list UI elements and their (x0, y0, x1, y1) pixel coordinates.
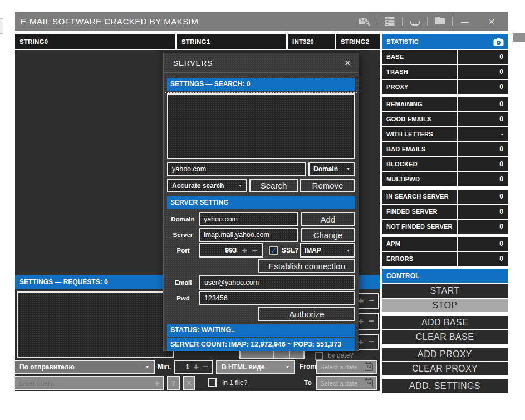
protocol-dropdown[interactable]: IMAP ▼ (300, 243, 355, 258)
stat-row-in-search-server: IN SEARCH SERVER 0 (382, 190, 508, 204)
stat-row-apm: APM 0 (382, 237, 508, 251)
add-query-icon[interactable]: + (155, 378, 160, 388)
min-stepper[interactable]: 1 + − (174, 360, 213, 374)
stat-row-errors: ERRORS 0 (382, 252, 508, 266)
server-label: Server (167, 228, 199, 242)
domain-label: Domain (167, 212, 199, 226)
domain-input[interactable] (199, 212, 298, 226)
folder-icon[interactable] (433, 16, 447, 28)
clear-base-button[interactable]: CLEAR BASE (382, 330, 508, 344)
minus-icon[interactable]: − (369, 337, 374, 348)
query-input[interactable] (15, 379, 155, 387)
stat-row-not-finded-server: NOT FINDED SERVER 0 (382, 220, 508, 234)
pwd-input[interactable] (199, 291, 355, 305)
servers-dialog-title: SERVERS (173, 59, 213, 67)
screen-edge-fragment (513, 33, 525, 42)
ssl-checkbox[interactable]: ✓ (269, 246, 278, 255)
stat-row-bad-emails: BAD EMAILS 0 (382, 142, 508, 156)
email-input[interactable] (199, 275, 355, 290)
column-header-int320[interactable]: INT320 (288, 34, 335, 49)
plus-icon[interactable]: + (242, 246, 247, 255)
screen-edge-fragment (0, 18, 3, 34)
server-setting-header: SERVER SETTING (167, 196, 355, 209)
statistics-panel: BASE 0 TRASH 0 PROXY 0 REMAINING 0 GOOD … (382, 50, 508, 394)
to-date-picker[interactable]: Select a date 14 (316, 376, 377, 390)
minus-icon[interactable]: − (369, 316, 374, 327)
clear-query-button[interactable]: ✕ (183, 376, 195, 390)
search-results-list[interactable] (167, 93, 355, 159)
camera-icon[interactable] (493, 38, 504, 46)
tray-icon[interactable] (408, 16, 422, 28)
mail-search-icon[interactable] (357, 16, 372, 28)
min-value: 1 (185, 363, 189, 371)
column-header-string2[interactable]: STRING2 (336, 34, 380, 49)
minimize-button[interactable]: — (458, 16, 472, 28)
format-filter-dropdown[interactable]: В HTML виде ▼ (216, 360, 295, 374)
minus-icon[interactable]: − (369, 295, 374, 307)
close-button[interactable]: ✕ (484, 16, 499, 28)
email-label: Email (167, 275, 199, 290)
settings-search-header: SETTINGS — SEARCH: 0 (167, 78, 355, 91)
titlebar-toolbar: — ✕ (357, 16, 499, 28)
pwd-label: Pwd (167, 291, 199, 305)
add-base-button[interactable]: ADD BASE (382, 316, 508, 329)
sender-filter-dropdown[interactable]: По отправителю ▼ (14, 360, 155, 374)
query-type-dropdown[interactable]: Domain ▼ (308, 162, 355, 176)
chevron-down-icon: ▼ (346, 249, 350, 253)
stat-row-base: BASE 0 (382, 50, 508, 64)
column-header-string0[interactable]: STRING0 (15, 34, 175, 49)
stat-row-remaining: REMAINING 0 (382, 97, 508, 111)
search-mode-value: Accurate search (172, 182, 224, 190)
start-button[interactable]: START (382, 284, 508, 298)
servers-dialog-titlebar: SERVERS ✕ (164, 53, 359, 73)
add-proxy-button[interactable]: ADD PROXY (382, 348, 508, 361)
port-stepper[interactable]: 993 + − (199, 243, 263, 258)
to-date-placeholder: Select a date (320, 380, 357, 387)
requests-list[interactable] (17, 291, 174, 358)
status-bar: STATUS: WAITING.. (167, 324, 355, 337)
change-button[interactable]: Change (301, 228, 355, 242)
search-query-input[interactable] (167, 162, 306, 176)
ssl-label: SSL? (282, 243, 299, 258)
dialog-close-button[interactable]: ✕ (344, 58, 351, 67)
help-button[interactable]: ? (167, 376, 180, 390)
port-value: 993 (225, 246, 237, 254)
sender-filter-value: По отправителю (19, 363, 75, 371)
close-icon: ✕ (186, 379, 192, 387)
add-button[interactable]: Add (301, 212, 355, 226)
minus-icon[interactable]: − (203, 362, 208, 372)
authorize-button[interactable]: Authorize (258, 307, 355, 321)
establish-connection-button[interactable]: Establish connection (258, 259, 355, 273)
query-input-wrap: + (14, 376, 164, 390)
remove-button[interactable]: Remove (300, 179, 355, 192)
chevron-down-icon: ▼ (286, 365, 290, 369)
clear-proxy-button[interactable]: CLEAR PROXY (382, 362, 508, 375)
toolbar-separator (377, 17, 377, 26)
column-header-string1[interactable]: STRING1 (177, 34, 286, 49)
stat-row-blocked: BLOCKED 0 (382, 157, 508, 171)
search-button[interactable]: Search (249, 179, 298, 192)
stop-button[interactable]: STOP (382, 299, 508, 312)
stat-row-proxy: PROXY 0 (382, 80, 508, 94)
stat-row-with-letters: WITH LETTERS - (382, 127, 508, 141)
in-one-file-checkbox[interactable] (208, 378, 217, 387)
search-mode-dropdown[interactable]: Accurate search ▼ (167, 179, 247, 192)
calendar-icon[interactable]: 14 (365, 363, 373, 371)
add-settings-button[interactable]: ADD. SETTINGS (382, 379, 508, 393)
chevron-down-icon: ▼ (346, 167, 350, 171)
server-count-bar: SERVER COUNT: IMAP: 12,972,946 ~ POP3: 5… (167, 338, 355, 351)
statistic-header: STATISTIC (382, 34, 508, 49)
from-date-placeholder: Select a date (320, 364, 357, 370)
port-label: Port (167, 243, 199, 258)
from-date-picker[interactable]: Select a date 14 (316, 360, 377, 374)
format-filter-value: В HTML виде (222, 363, 264, 371)
server-input[interactable] (199, 228, 298, 242)
window-title: E-MAIL SOFTWARE CRACKED BY MAKSIM (21, 17, 198, 26)
plus-icon[interactable]: + (193, 362, 199, 372)
by-date-checkbox[interactable] (315, 352, 323, 360)
minus-icon[interactable]: − (252, 246, 258, 255)
server-list-icon[interactable] (382, 16, 397, 28)
titlebar: E-MAIL SOFTWARE CRACKED BY MAKSIM (15, 12, 508, 31)
min-label: Min. (158, 363, 171, 370)
calendar-icon[interactable]: 14 (365, 379, 373, 387)
